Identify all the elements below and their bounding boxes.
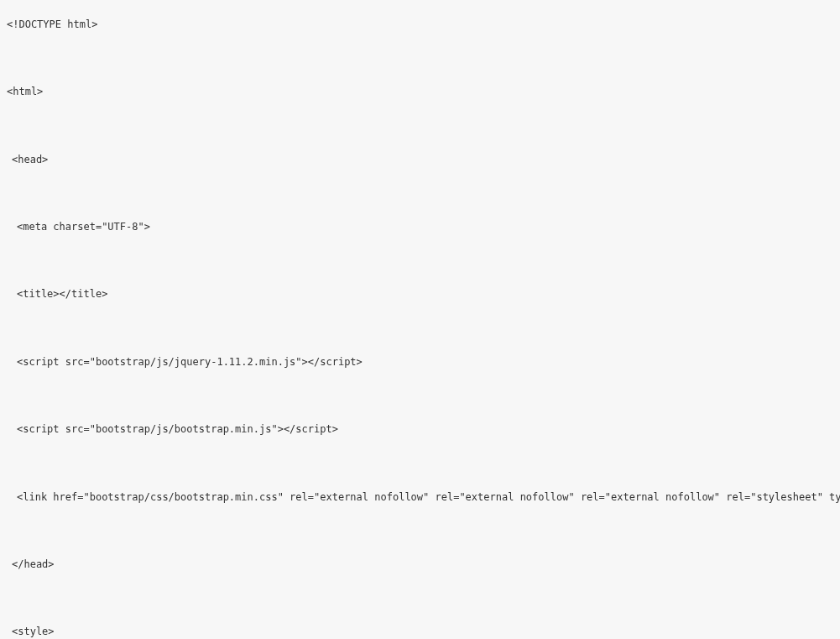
blank-line (7, 451, 833, 476)
code-line: <script src="bootstrap/js/bootstrap.min.… (7, 422, 833, 437)
blank-line (7, 518, 833, 543)
code-block: <!DOCTYPE html> <html> <head> <meta char… (0, 0, 840, 639)
blank-line (7, 316, 833, 341)
code-line: <!DOCTYPE html> (7, 18, 833, 32)
blank-line (7, 586, 833, 611)
code-line: <link href="bootstrap/css/bootstrap.min.… (7, 490, 833, 505)
code-line: <head> (7, 153, 833, 167)
blank-line (7, 181, 833, 206)
blank-line (7, 383, 833, 408)
code-line: <meta charset="UTF-8"> (7, 220, 833, 234)
blank-line (7, 113, 833, 139)
code-line: <script src="bootstrap/js/jquery-1.11.2.… (7, 355, 833, 369)
code-line: </head> (7, 558, 833, 572)
code-line: <html> (7, 85, 833, 99)
code-line: <title></title> (7, 287, 833, 301)
blank-line (7, 249, 833, 274)
blank-line (7, 45, 833, 71)
code-line: <style> (7, 625, 833, 639)
